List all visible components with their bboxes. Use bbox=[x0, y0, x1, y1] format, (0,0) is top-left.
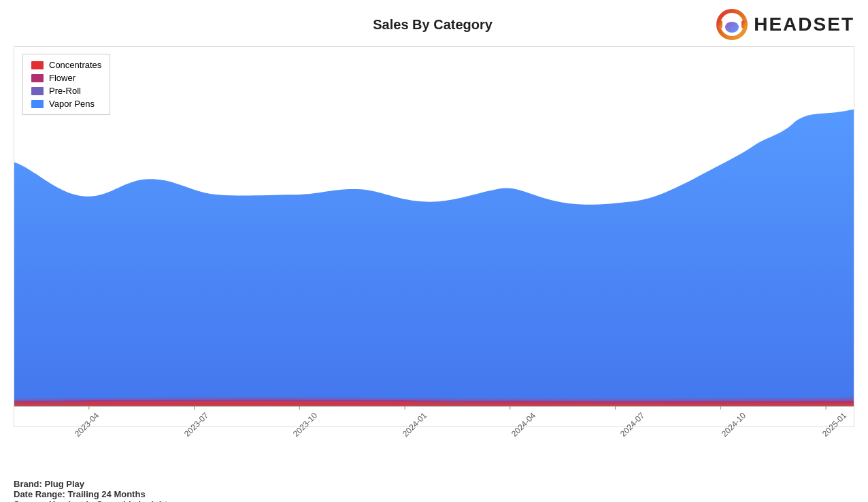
header: Sales By Category bbox=[0, 0, 868, 41]
date-range-label: Date Range: bbox=[14, 489, 65, 499]
legend-color-concentrates bbox=[31, 61, 44, 69]
legend-label-flower: Flower bbox=[49, 73, 76, 83]
legend-label-preroll: Pre-Roll bbox=[49, 86, 81, 96]
svg-rect-2 bbox=[718, 20, 722, 29]
source-label: Source: bbox=[14, 499, 46, 502]
legend-color-preroll bbox=[31, 87, 44, 95]
chart-area: Concentrates Flower Pre-Roll Vapor Pens bbox=[14, 46, 854, 427]
chart-svg bbox=[14, 47, 854, 426]
svg-point-1 bbox=[725, 22, 739, 33]
date-range-value: Trailing 24 Months bbox=[67, 489, 145, 499]
headset-logo-icon bbox=[716, 8, 748, 41]
svg-rect-3 bbox=[741, 20, 746, 29]
logo-text: HEADSET bbox=[754, 14, 854, 35]
footer: Brand: Plug Play Date Range: Trailing 24… bbox=[0, 473, 868, 502]
legend-color-vapor-pens bbox=[31, 100, 44, 108]
legend-color-flower bbox=[31, 74, 44, 82]
brand-value: Plug Play bbox=[45, 479, 85, 489]
logo-area: HEADSET bbox=[716, 8, 854, 41]
page-container: Sales By Category bbox=[0, 0, 868, 502]
legend-label-concentrates: Concentrates bbox=[49, 60, 101, 70]
source-value: Headset.io Cannabis Insights bbox=[49, 499, 172, 502]
chart-title: Sales By Category bbox=[150, 17, 716, 33]
legend-item-preroll: Pre-Roll bbox=[31, 86, 101, 96]
legend: Concentrates Flower Pre-Roll Vapor Pens bbox=[22, 54, 110, 115]
brand-label: Brand: bbox=[14, 479, 42, 489]
x-axis-labels: 2023-04 2023-07 2023-10 2024-01 2024-04 … bbox=[14, 432, 854, 459]
legend-label-vapor-pens: Vapor Pens bbox=[49, 99, 95, 109]
legend-item-concentrates: Concentrates bbox=[31, 60, 101, 70]
legend-item-flower: Flower bbox=[31, 73, 101, 83]
vapor-pens-area bbox=[14, 110, 854, 406]
legend-item-vapor-pens: Vapor Pens bbox=[31, 99, 101, 109]
